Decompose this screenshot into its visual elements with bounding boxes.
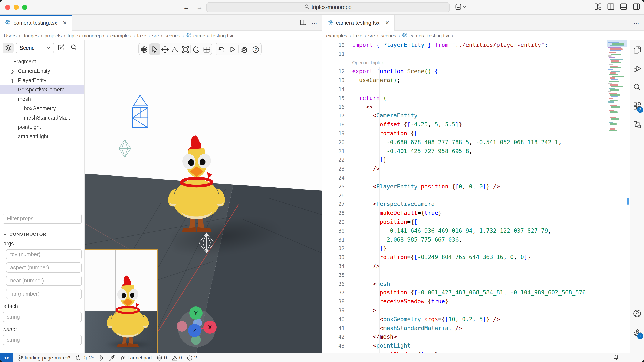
bell-icon[interactable]: [613, 354, 619, 361]
profile-menu[interactable]: [455, 3, 466, 10]
sidebar-right-icon[interactable]: [633, 3, 640, 10]
tree-item-cameraentity[interactable]: ❯CameraEntity: [0, 66, 84, 76]
move-tool-button[interactable]: [160, 43, 170, 55]
layout-icon[interactable]: [594, 3, 602, 10]
tab-camera-testing-editor[interactable]: camera-testing.tsx ✕: [322, 15, 395, 31]
rotate-tool-button[interactable]: [170, 43, 180, 55]
axis-gizmo[interactable]: Y X Z: [171, 300, 222, 351]
tree-item-perspectivecamera[interactable]: PerspectiveCamera: [0, 85, 84, 94]
remote-indicator[interactable]: ><: [0, 354, 13, 362]
tree-item-pointlight[interactable]: pointLight: [0, 123, 84, 132]
tree-item-fragment[interactable]: Fragment: [0, 57, 84, 66]
moon-tool-button[interactable]: [191, 43, 201, 55]
minimize-window-button[interactable]: [14, 5, 19, 10]
back-button[interactable]: ←: [183, 3, 190, 11]
viewport-3d[interactable]: ?: [85, 40, 322, 353]
tree-item-meshstandardma[interactable]: meshStandardMa...: [0, 113, 84, 123]
cursor-tool-button[interactable]: [150, 43, 160, 55]
breadcrumb-item[interactable]: ...: [455, 33, 459, 38]
camera-preview[interactable]: [85, 249, 158, 353]
filter-props-input[interactable]: Filter props...: [2, 213, 82, 224]
gear-tool-button[interactable]: [238, 43, 250, 55]
prop-input-far[interactable]: far (number): [6, 289, 82, 299]
prop-input-string[interactable]: string: [2, 312, 82, 322]
extensions-icon[interactable]: 2: [630, 97, 644, 115]
scale-tool-button[interactable]: [180, 43, 190, 55]
play-tool-button[interactable]: [227, 43, 238, 55]
breadcrumb-item[interactable]: camera-testing.tsx: [186, 32, 234, 39]
close-tab-icon[interactable]: ✕: [62, 20, 67, 26]
close-tab-icon[interactable]: ✕: [385, 20, 389, 26]
breadcrumb-item[interactable]: src: [152, 33, 159, 38]
hierarchy-icon[interactable]: [630, 115, 644, 134]
status-rocket[interactable]: [109, 355, 115, 361]
code-content[interactable]: 10import { PlayerEntity } from "../entit…: [322, 41, 630, 353]
search-icon: [304, 4, 309, 10]
breadcrumb-item[interactable]: projects: [44, 33, 62, 38]
run-debug-icon[interactable]: [630, 59, 644, 78]
scene-selector[interactable]: Scene: [16, 42, 54, 53]
light-helper-icon[interactable]: [118, 139, 131, 158]
status-error[interactable]: 0: [157, 355, 167, 361]
split-horizontal-icon[interactable]: [620, 3, 627, 10]
frame-tool-button[interactable]: [202, 43, 212, 55]
tab-camera-testing-left[interactable]: camera-testing.tsx ✕: [0, 15, 72, 31]
undo-tool-button[interactable]: [216, 43, 227, 55]
forward-button[interactable]: →: [196, 3, 203, 11]
point-light-helper-icon[interactable]: [198, 233, 215, 253]
breadcrumb-item[interactable]: Users: [4, 33, 16, 38]
breadcrumb-item[interactable]: scenes: [164, 33, 180, 38]
status-warning[interactable]: 0: [172, 355, 182, 361]
breadcrumb-item[interactable]: src: [368, 33, 375, 38]
breadcrumb-item[interactable]: douges: [22, 33, 38, 38]
chevron-right-icon[interactable]: ❯: [11, 78, 15, 83]
search-scene-icon[interactable]: [70, 44, 77, 52]
status-branch[interactable]: landing-page-march*: [18, 355, 70, 361]
breadcrumb-item[interactable]: examples: [326, 33, 347, 38]
tree-item-ambientlight[interactable]: ambientLight: [0, 132, 84, 141]
breadcrumb-item[interactable]: faze: [353, 33, 362, 38]
breadcrumb-item[interactable]: camera-testing.tsx: [402, 32, 449, 39]
codelens-open-in-triplex[interactable]: Open in Triplex: [322, 58, 630, 67]
prop-input-string[interactable]: string: [2, 335, 82, 345]
close-window-button[interactable]: [5, 5, 10, 10]
tree-item-mesh[interactable]: mesh: [0, 94, 84, 104]
minimap[interactable]: [608, 41, 625, 131]
project-search-input[interactable]: triplex-monorepo: [206, 2, 450, 12]
chicken-player-entity[interactable]: [160, 134, 234, 232]
section-header-constructor[interactable]: ⌄CONSTRUCTOR: [4, 231, 81, 236]
status-sync[interactable]: 0↓ 2↑: [76, 355, 94, 361]
chevron-right-icon[interactable]: ❯: [11, 69, 15, 73]
activity-bar: 21: [630, 40, 644, 353]
breadcrumb-item[interactable]: examples: [110, 33, 131, 38]
settings-gear-icon[interactable]: 1: [630, 323, 644, 342]
graph-icon: [100, 355, 104, 361]
breadcrumb-item[interactable]: triplex-monorepo: [68, 33, 104, 38]
code-editor[interactable]: 10import { PlayerEntity } from "../entit…: [322, 40, 630, 353]
status-plug[interactable]: Launchpad: [120, 355, 152, 361]
tree-item-boxgeometry[interactable]: boxGeometry: [0, 104, 84, 113]
prop-input-fov[interactable]: fov (number): [6, 249, 82, 259]
help-tool-button[interactable]: ?: [250, 43, 261, 55]
breadcrumb[interactable]: Users›douges›projects›triplex-monorepo›e…: [0, 31, 322, 40]
globe-tool-button[interactable]: [139, 43, 149, 55]
editor-breadcrumb[interactable]: examples›faze›src›scenes›camera-testing.…: [322, 31, 644, 40]
files-icon[interactable]: [630, 40, 644, 59]
layers-icon[interactable]: [2, 42, 14, 53]
split-vertical-icon[interactable]: [607, 3, 614, 10]
more-actions-icon[interactable]: ⋯: [633, 19, 640, 26]
camera-helper-wireframe[interactable]: [128, 94, 152, 129]
account-icon[interactable]: [630, 304, 644, 323]
search-icon[interactable]: [630, 78, 644, 97]
breadcrumb-item[interactable]: scenes: [381, 33, 396, 38]
more-actions-icon[interactable]: ⋯: [311, 19, 318, 26]
split-editor-icon[interactable]: [300, 19, 306, 26]
zoom-window-button[interactable]: [22, 5, 27, 10]
breadcrumb-item[interactable]: faze: [137, 33, 146, 38]
edit-scene-icon[interactable]: [58, 44, 65, 53]
prop-input-aspect[interactable]: aspect (number): [6, 262, 82, 273]
status-info[interactable]: 2: [187, 355, 197, 361]
status-graph[interactable]: [100, 355, 104, 361]
tree-item-playerentity[interactable]: ❯PlayerEntity: [0, 76, 84, 85]
prop-input-near[interactable]: near (number): [6, 276, 82, 286]
